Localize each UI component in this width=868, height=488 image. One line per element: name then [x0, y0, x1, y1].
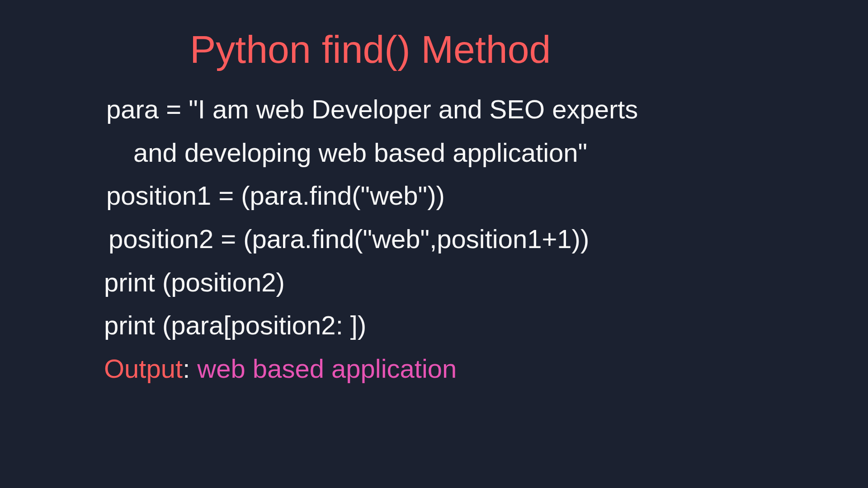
output-colon: :: [183, 354, 197, 383]
slide-container: Python find() Method para = "I am web De…: [0, 0, 868, 488]
output-line: Output: web based application: [104, 347, 868, 390]
code-line-3: position1 = (para.find("web")): [106, 174, 868, 217]
code-line-5: print (position2): [104, 261, 868, 304]
slide-title: Python find() Method: [190, 27, 868, 72]
code-line-2: and developing web based application": [133, 131, 868, 174]
code-line-6: print (para[position2: ]): [104, 304, 868, 347]
output-label: Output: [104, 354, 183, 383]
output-value: web based application: [197, 354, 457, 383]
code-line-1: para = "I am web Developer and SEO exper…: [106, 88, 868, 131]
code-line-4: position2 = (para.find("web",position1+1…: [108, 217, 868, 261]
